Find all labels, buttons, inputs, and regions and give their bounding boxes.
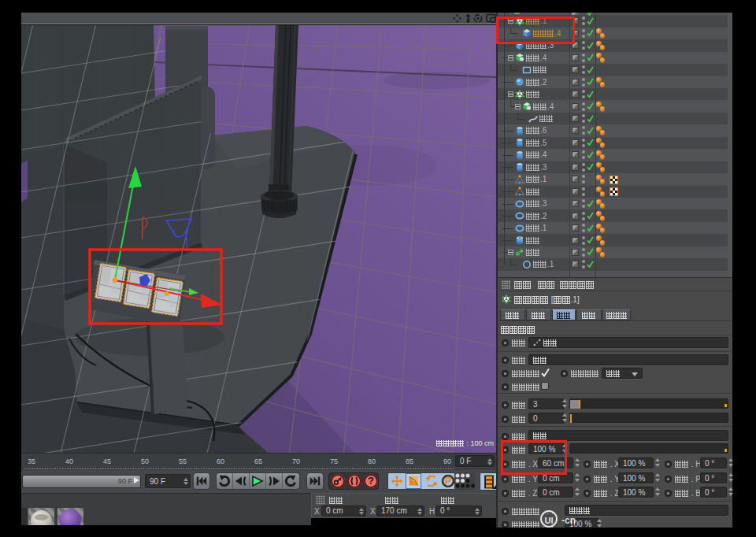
svg-text:P: P	[444, 476, 450, 487]
